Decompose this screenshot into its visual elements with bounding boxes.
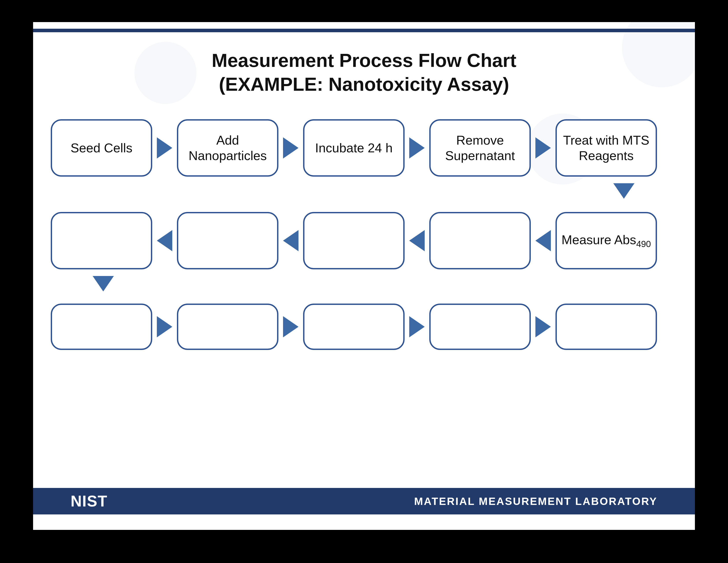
step-label: Incubate 24 h: [315, 140, 393, 156]
arrow-right-icon: [535, 137, 551, 158]
measure-subscript: 490: [636, 239, 651, 249]
measure-main: Measure Abs: [561, 232, 636, 247]
arrow-gap: [531, 137, 555, 158]
step-label: Seed Cells: [71, 140, 132, 156]
arrow-down-icon: [93, 276, 114, 292]
arrow-gap: [531, 316, 555, 337]
flow-row-1: Seed Cells Add Nanoparticles Incubate 24…: [51, 115, 677, 181]
slide: Measurement Process Flow Chart (EXAMPLE:…: [33, 22, 695, 530]
arrow-gap: [152, 230, 177, 251]
arrow-gap: [278, 137, 303, 158]
arrow-gap: [278, 316, 303, 337]
arrow-left-icon: [157, 230, 172, 251]
arrow-gap: [405, 316, 429, 337]
arrow-gap: [152, 137, 177, 158]
step-label: Add Nanoparticles: [180, 132, 275, 163]
arrow-down-icon: [613, 183, 634, 199]
step-empty: [429, 304, 531, 350]
step-label: Treat with MTS Reagents: [559, 132, 653, 163]
slide-title: Measurement Process Flow Chart (EXAMPLE:…: [33, 49, 695, 96]
step-empty: [51, 304, 152, 350]
step-measure-abs490: Measure Abs490: [555, 212, 657, 269]
step-remove-supernatant: Remove Supernatant: [429, 119, 531, 177]
flowchart: Seed Cells Add Nanoparticles Incubate 24…: [51, 115, 677, 380]
step-empty: [303, 212, 405, 269]
arrow-gap: [278, 230, 303, 251]
arrow-left-icon: [409, 230, 425, 251]
top-rule: [33, 29, 695, 32]
arrow-right-icon: [409, 137, 425, 158]
footer-bar: NIST MATERIAL MEASUREMENT LABORATORY: [33, 488, 695, 514]
step-label: Measure Abs490: [561, 232, 651, 249]
title-line-1: Measurement Process Flow Chart: [33, 49, 695, 72]
arrow-right-icon: [283, 137, 298, 158]
step-incubate: Incubate 24 h: [303, 119, 405, 177]
arrow-left-icon: [283, 230, 298, 251]
step-empty: [429, 212, 531, 269]
arrow-gap: [531, 230, 555, 251]
nist-logo: NIST: [71, 492, 107, 510]
arrow-right-icon: [283, 316, 298, 337]
step-treat-mts: Treat with MTS Reagents: [555, 119, 657, 177]
step-seed-cells: Seed Cells: [51, 119, 152, 177]
step-empty: [51, 212, 152, 269]
arrow-gap: [152, 316, 177, 337]
arrow-right-icon: [157, 316, 172, 337]
arrow-gap: [405, 137, 429, 158]
flow-row-3: [51, 300, 677, 353]
step-empty: [303, 304, 405, 350]
arrow-right-icon: [157, 137, 172, 158]
step-empty: [177, 304, 278, 350]
arrow-gap: [405, 230, 429, 251]
arrow-right-icon: [409, 316, 425, 337]
lab-name: MATERIAL MEASUREMENT LABORATORY: [414, 495, 657, 507]
flow-row-2: Measure Abs490: [51, 207, 677, 274]
step-empty: [177, 212, 278, 269]
title-line-2: (EXAMPLE: Nanotoxicity Assay): [33, 72, 695, 96]
step-empty: [555, 304, 657, 350]
step-label: Remove Supernatant: [433, 132, 527, 163]
arrow-right-icon: [535, 316, 551, 337]
arrow-left-icon: [535, 230, 551, 251]
step-add-nanoparticles: Add Nanoparticles: [177, 119, 278, 177]
